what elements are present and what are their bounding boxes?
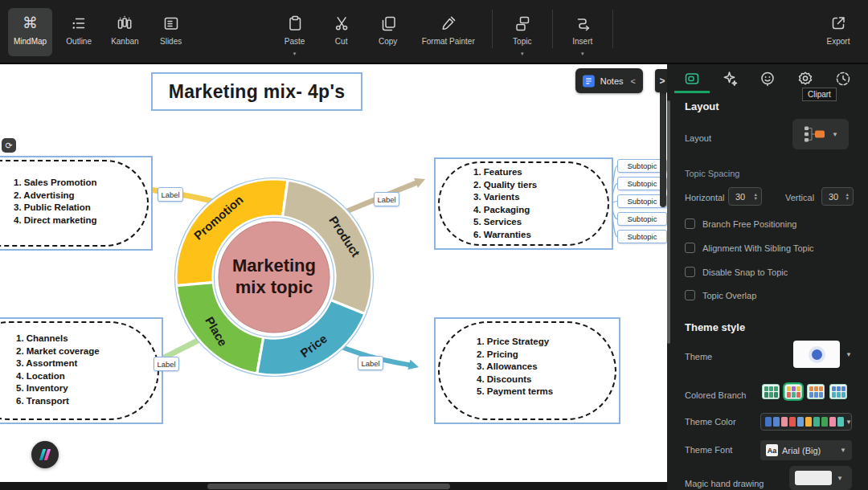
topic-caret-icon[interactable]: ▾	[521, 51, 524, 57]
product-topic-box[interactable]: 1. Features2. Quality tiers3. Varients4.…	[434, 157, 613, 250]
export-icon	[829, 14, 848, 33]
list-item: 2. Market coverage	[16, 345, 100, 358]
connector-label[interactable]: Label	[154, 357, 179, 371]
theme-font-dropdown[interactable]: Aa Arial (Big) ▼	[760, 440, 852, 460]
central-topic[interactable]: Marketing mix topic	[218, 255, 330, 298]
mindmap-icon: ⌘	[21, 14, 40, 33]
checkbox[interactable]	[685, 267, 695, 277]
checkbox-row-disable-snap-to-topic[interactable]: Disable Snap to Topic	[685, 267, 788, 277]
paste-button[interactable]: Paste ▾	[276, 8, 313, 56]
stepper-arrows-icon[interactable]: ▲▼	[754, 193, 758, 201]
insert-caret-icon[interactable]: ▾	[581, 51, 584, 57]
connector-arrowhead	[407, 360, 419, 370]
layout-label: Layout	[685, 133, 711, 143]
copy-icon	[379, 14, 398, 33]
clipart-flower-icon	[796, 70, 814, 88]
checkbox[interactable]	[685, 290, 695, 300]
clipart-tooltip: Clipart	[802, 88, 837, 101]
tab-sticker[interactable]	[750, 65, 785, 92]
layout-dropdown[interactable]: ▼	[792, 119, 849, 149]
paste-caret-icon[interactable]: ▾	[293, 51, 297, 57]
app-logo[interactable]	[31, 441, 59, 468]
notes-collapse-icon[interactable]: <	[631, 76, 636, 86]
view-kanban-button[interactable]: Kanban	[105, 8, 144, 56]
list-item: 5. Services	[473, 216, 537, 229]
panel-scrollbar[interactable]	[667, 100, 670, 344]
stepper-arrows-icon[interactable]: ▲▼	[845, 193, 850, 201]
view-label: Slides	[160, 37, 182, 46]
colored-branch-option-1[interactable]	[762, 384, 780, 399]
connector-label[interactable]: Label	[358, 356, 383, 370]
price-topic-box[interactable]: 1. Price Strategy2. Pricing3. Allowances…	[434, 317, 620, 424]
theme-color-label: Theme Color	[685, 417, 736, 427]
list-item: 1. Channels	[16, 333, 100, 345]
colored-branch-option-3[interactable]	[807, 384, 825, 399]
checkbox[interactable]	[685, 218, 695, 229]
list-item: 2. Pricing	[477, 349, 553, 361]
colored-branch-option-4[interactable]	[829, 384, 847, 399]
checkbox-row-topic-overlap[interactable]: Topic Overlap	[685, 290, 756, 300]
connector-label[interactable]: Label	[158, 187, 183, 202]
font-badge-icon: Aa	[766, 444, 778, 456]
checkbox-row-branch-free-positioning[interactable]: Branch Free Positioning	[685, 218, 796, 229]
theme-color-dropdown[interactable]: ▼	[760, 413, 852, 431]
view-outline-button[interactable]: Outline	[60, 8, 97, 56]
place-topic-box[interactable]: 1. Channels2. Market coverage3. Assortme…	[0, 317, 163, 424]
view-label: MindMap	[14, 37, 47, 46]
promotion-topic-box[interactable]: 1. Sales Promotion2. Advertising3. Publi…	[0, 156, 153, 251]
history-clock-icon	[834, 70, 852, 88]
colored-branch-options	[762, 384, 847, 399]
view-mindmap-button[interactable]: ⌘ MindMap	[8, 8, 52, 56]
layout-section-title: Layout	[685, 100, 719, 112]
vertical-spacing-input[interactable]: 30 ▲▼	[821, 187, 854, 206]
export-button[interactable]: Export	[820, 8, 857, 56]
view-label: Kanban	[111, 37, 138, 46]
chevron-down-icon: ▼	[840, 447, 846, 454]
horizontal-label: Horizontal	[685, 193, 725, 202]
horizontal-spacing-input[interactable]: 30 ▲▼	[728, 187, 762, 206]
subtopic-node[interactable]: Subtopic	[617, 230, 667, 243]
checkbox-row-alignment-with-sibling-topic[interactable]: Alignment With Sibling Topic	[685, 243, 814, 253]
color-chip	[813, 417, 820, 427]
topic-icon	[513, 14, 532, 33]
map-title-node[interactable]: Marketing mix- 4p's	[151, 72, 362, 111]
topic-button[interactable]: Topic ▾	[504, 8, 541, 56]
view-label: Outline	[66, 37, 92, 46]
canvas-horizontal-scrollbar-thumb[interactable]	[207, 484, 450, 489]
cut-button[interactable]: Cut	[323, 8, 360, 56]
list-item: 4. Location	[16, 370, 100, 383]
action-label: Cut	[335, 37, 348, 46]
paste-icon	[285, 14, 305, 33]
colored-branch-option-2[interactable]	[784, 384, 802, 399]
format-painter-button[interactable]: Format Painter	[416, 8, 481, 56]
price-list: 1. Price Strategy2. Pricing3. Allowances…	[477, 336, 553, 398]
magic-hand-drawing-dropdown[interactable]: ▼	[789, 466, 852, 490]
refresh-chip-icon[interactable]: ⟳	[2, 138, 16, 153]
theme-color-chips	[765, 417, 844, 427]
mindmap-canvas[interactable]: PromotionProductPlacePrice Marketing mix…	[0, 64, 667, 482]
notes-button[interactable]: Notes <	[575, 68, 643, 93]
connector-label[interactable]: Label	[374, 192, 399, 206]
action-label: Insert	[572, 37, 592, 46]
action-label: Topic	[513, 37, 531, 46]
top-toolbar: ⌘ MindMap Outline Kanban Slides	[0, 0, 868, 64]
list-item: 1. Features	[473, 166, 537, 179]
chevron-down-icon: ▼	[845, 419, 852, 426]
checkbox[interactable]	[685, 243, 695, 253]
subtopic-node[interactable]: Subtopic	[617, 212, 667, 226]
product-list: 1. Features2. Quality tiers3. Varients4.…	[473, 166, 537, 241]
insert-button[interactable]: Insert ▾	[564, 8, 601, 56]
panel-tabs	[667, 64, 868, 93]
tab-ai-magic[interactable]	[712, 65, 747, 92]
checkbox-label: Topic Overlap	[702, 291, 756, 300]
magic-preview-swatch	[795, 471, 832, 485]
copy-button[interactable]: Copy	[370, 8, 407, 56]
theme-dropdown[interactable]: ▼	[793, 341, 852, 368]
topic-spacing-label: Topic Spacing	[685, 169, 740, 178]
outline-icon	[69, 14, 88, 33]
checkbox-label: Alignment With Sibling Topic	[702, 243, 814, 253]
view-slides-button[interactable]: Slides	[153, 8, 190, 56]
color-chip	[765, 417, 772, 427]
tab-layout[interactable]	[674, 65, 710, 92]
panel-collapse-button[interactable]: >	[655, 69, 667, 92]
